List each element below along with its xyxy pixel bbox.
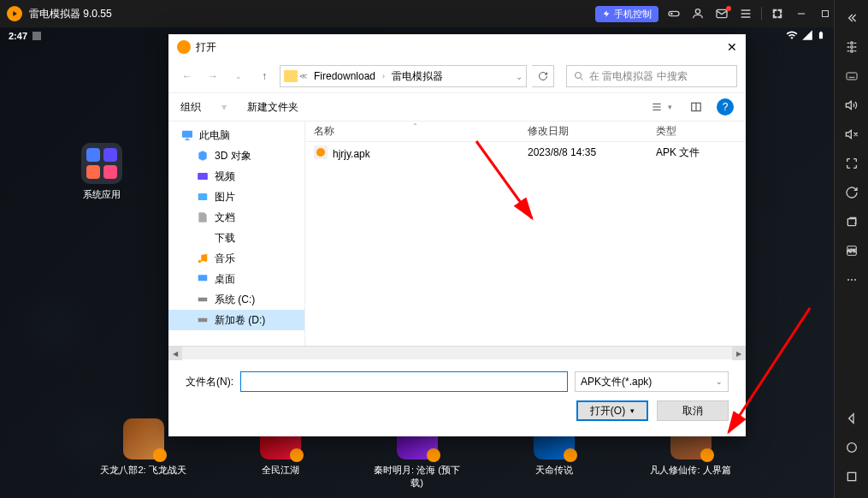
apk-file-icon xyxy=(314,145,328,159)
address-bar[interactable]: ≪ Firedownload › 雷电模拟器 ⌄ xyxy=(280,65,527,87)
file-list: ⌃名称 修改日期 类型 hjrjy.apk 2023/8/8 14:35 APK… xyxy=(305,122,746,346)
svg-rect-17 xyxy=(182,131,192,138)
home-icon[interactable] xyxy=(838,435,865,460)
svg-point-10 xyxy=(847,279,849,281)
status-indicator-icon xyxy=(32,32,41,40)
app-logo-icon xyxy=(7,6,22,21)
file-open-dialog: 打开 ✕ ← → ⌄ ↑ ≪ Firedownload › 雷电模拟器 ⌄ 在 … xyxy=(168,34,746,436)
tree-node-d-drive[interactable]: 新加卷 (D:) xyxy=(168,310,304,330)
dialog-close-icon[interactable]: ✕ xyxy=(727,40,737,54)
multi-window-icon[interactable] xyxy=(838,209,865,234)
cancel-button[interactable]: 取消 xyxy=(657,400,729,421)
dialog-logo-icon xyxy=(177,40,191,54)
collapse-icon[interactable] xyxy=(838,5,865,31)
gear-icon[interactable] xyxy=(838,34,865,60)
svg-rect-18 xyxy=(198,173,208,180)
horizontal-scrollbar[interactable]: ◀ ▶ xyxy=(168,346,746,359)
app-titlebar: 雷电模拟器 9.0.55 手机控制 xyxy=(0,0,868,27)
cube-icon xyxy=(196,149,210,163)
tree-node-desktop[interactable]: 桌面 xyxy=(168,269,304,289)
nav-forward-icon: → xyxy=(203,66,223,86)
tree-node-c-drive[interactable]: 系统 (C:) xyxy=(168,289,304,310)
new-folder-button[interactable]: 新建文件夹 xyxy=(247,100,298,115)
nav-history-icon[interactable]: ⌄ xyxy=(228,66,249,86)
folder-tree: 此电脑 3D 对象 视频 图片 文档 下载 音乐 桌面 系统 (C:) 新加卷 … xyxy=(168,122,305,346)
drive-icon xyxy=(196,293,210,306)
tree-node-music[interactable]: 音乐 xyxy=(168,248,304,269)
more-icon[interactable] xyxy=(838,267,865,293)
dialog-nav: ← → ⌄ ↑ ≪ Firedownload › 雷电模拟器 ⌄ 在 雷电模拟器… xyxy=(168,60,746,92)
dialog-titlebar: 打开 ✕ xyxy=(168,34,746,60)
pc-icon xyxy=(180,128,194,142)
desktop-icon xyxy=(196,272,210,286)
dialog-toolbar: 组织 ▾ 新建文件夹 ▾ ? xyxy=(168,92,746,122)
tree-node-downloads[interactable]: 下载 xyxy=(168,228,304,248)
filetype-dropdown[interactable]: APK文件(*.apk) ⌄ xyxy=(575,371,729,392)
scroll-left-icon[interactable]: ◀ xyxy=(168,347,182,360)
install-apk-icon[interactable]: APK xyxy=(838,238,865,264)
keyboard-icon[interactable] xyxy=(838,63,865,89)
organize-button[interactable]: 组织 xyxy=(180,100,201,115)
gamepad-icon[interactable] xyxy=(662,2,686,26)
svg-point-15 xyxy=(576,73,582,79)
system-apps-label: 系统应用 xyxy=(83,189,121,199)
refresh-button[interactable] xyxy=(532,65,554,87)
svg-point-13 xyxy=(847,443,856,453)
path-dropdown-icon[interactable]: ⌄ xyxy=(516,72,523,81)
svg-point-12 xyxy=(854,279,856,281)
col-name[interactable]: ⌃名称 xyxy=(305,124,519,139)
menu-icon[interactable] xyxy=(734,2,758,26)
tree-node-videos[interactable]: 视频 xyxy=(168,166,304,187)
breadcrumb[interactable]: Firedownload xyxy=(309,70,381,82)
fullscreen-tool-icon[interactable] xyxy=(838,151,865,176)
open-button[interactable]: 打开(O) ▾ xyxy=(576,400,648,421)
svg-point-23 xyxy=(316,148,325,157)
battery-icon xyxy=(817,29,825,43)
tree-node-documents[interactable]: 文档 xyxy=(168,207,304,228)
fullscreen-icon[interactable] xyxy=(765,2,789,26)
col-modified[interactable]: 修改日期 xyxy=(519,124,647,139)
tree-node-this-pc[interactable]: 此电脑 xyxy=(168,125,304,145)
minimize-icon[interactable] xyxy=(789,2,813,26)
back-icon[interactable] xyxy=(838,406,865,431)
status-time: 2:47 xyxy=(9,31,27,41)
mail-icon[interactable] xyxy=(710,2,734,26)
picture-icon xyxy=(196,190,210,204)
svg-text:APK: APK xyxy=(847,248,856,253)
download-icon xyxy=(196,231,210,245)
help-icon[interactable]: ? xyxy=(717,98,734,116)
user-icon[interactable] xyxy=(686,2,710,26)
right-toolbar: APK xyxy=(834,0,868,498)
svg-rect-2 xyxy=(823,11,829,17)
music-icon xyxy=(196,252,210,265)
svg-point-0 xyxy=(695,9,700,14)
scroll-right-icon[interactable]: ▶ xyxy=(732,347,746,360)
phone-control-button[interactable]: 手机控制 xyxy=(595,6,658,22)
list-header: ⌃名称 修改日期 类型 xyxy=(305,122,746,142)
dialog-title: 打开 xyxy=(196,40,216,55)
filename-input[interactable] xyxy=(240,371,568,392)
tree-node-3d[interactable]: 3D 对象 xyxy=(168,145,304,166)
refresh-icon[interactable] xyxy=(838,180,865,205)
volume-down-icon[interactable] xyxy=(838,122,865,147)
volume-up-icon[interactable] xyxy=(838,92,865,118)
col-type[interactable]: 类型 xyxy=(647,124,746,139)
view-list-icon[interactable]: ▾ xyxy=(646,99,676,115)
svg-point-11 xyxy=(851,279,853,281)
svg-point-5 xyxy=(850,50,853,52)
breadcrumb[interactable]: 雷电模拟器 xyxy=(387,69,448,84)
tree-node-pictures[interactable]: 图片 xyxy=(168,187,304,207)
video-icon xyxy=(196,169,210,183)
file-row[interactable]: hjrjy.apk 2023/8/8 14:35 APK 文件 xyxy=(305,142,746,163)
view-preview-icon[interactable] xyxy=(686,99,706,115)
signal-icon xyxy=(801,29,813,43)
search-input[interactable]: 在 雷电模拟器 中搜索 xyxy=(566,65,737,87)
search-placeholder: 在 雷电模拟器 中搜索 xyxy=(589,69,688,84)
nav-up-icon[interactable]: ↑ xyxy=(254,66,275,86)
recent-icon[interactable] xyxy=(838,464,865,489)
dialog-footer: 文件名(N): APK文件(*.apk) ⌄ 打开(O) ▾ 取消 xyxy=(168,359,746,433)
svg-rect-21 xyxy=(198,298,208,302)
document-icon xyxy=(196,210,210,224)
system-apps-folder[interactable]: 系统应用 xyxy=(81,143,122,201)
svg-rect-7 xyxy=(847,219,855,226)
